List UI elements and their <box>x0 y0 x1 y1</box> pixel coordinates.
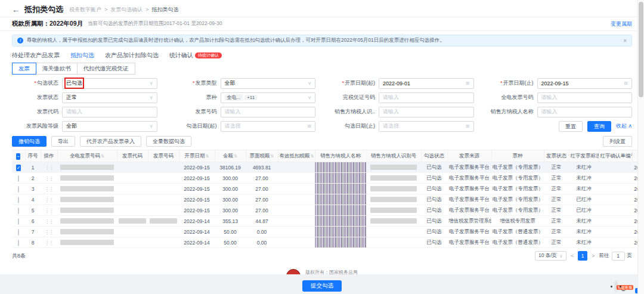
filter-invoice-type-control[interactable]: 全部∨ <box>221 78 316 89</box>
row-more-icon[interactable]: ⋮⋮ <box>45 197 53 203</box>
next-page-button[interactable]: > <box>592 253 595 259</box>
cell-action[interactable]: ⋮⋮ <box>41 237 57 248</box>
page-size-select[interactable]: 10 条/页 ∨ <box>535 251 566 261</box>
col-valid-deduction-tax[interactable]: 有效抵扣税额⇅ <box>278 150 315 162</box>
row-more-icon[interactable]: ⋮⋮ <box>45 208 53 213</box>
row-checkbox[interactable] <box>18 197 19 203</box>
filter-seller-name: 销售方纳税人名称请输入 <box>487 106 633 117</box>
row-more-icon[interactable]: ⋮⋮ <box>45 230 53 235</box>
filter-tax-cert-no-control[interactable]: 请输入 <box>379 92 474 103</box>
cell-action[interactable]: ⋮⋮ <box>41 205 57 216</box>
cell-select[interactable] <box>12 205 25 216</box>
filter-issue-date-end-control[interactable]: 2022-09-15⊞ <box>537 78 633 89</box>
reset-button[interactable]: 重置 <box>559 121 583 132</box>
scrollbar-thumb[interactable] <box>639 2 643 97</box>
filter-check-date-start-control[interactable]: 请选择⊞ <box>221 121 316 132</box>
filter-invoice-code-control[interactable]: 请输入 <box>62 107 157 117</box>
col-einvoice-no[interactable]: 全电发票号码⇅ <box>57 150 117 162</box>
change-period-link[interactable]: 变更属期 <box>611 20 632 28</box>
robot-assistant-icon[interactable] <box>615 280 617 291</box>
cell-select[interactable] <box>12 237 25 248</box>
cell-select[interactable] <box>12 194 25 205</box>
cell-select[interactable] <box>12 216 25 227</box>
prev-page-button[interactable]: < <box>571 253 574 259</box>
column-settings-button[interactable]: 列设置 <box>603 136 632 147</box>
sort-icon[interactable]: ⇅ <box>311 154 314 158</box>
filter-risk-level-control[interactable]: 全部∨ <box>62 121 157 132</box>
col-tax-amount[interactable]: 票面税额⇅ <box>246 150 278 162</box>
row-checkbox[interactable] <box>18 218 19 225</box>
filter-invoice-status: 发票状态正常∨ <box>12 92 157 103</box>
export-button[interactable]: 导出 <box>51 136 75 147</box>
cell-action[interactable]: ⋮⋮ <box>41 162 57 173</box>
filter-issue-date-start-control[interactable]: 2022-09-01⊞ <box>379 78 474 89</box>
row-checkbox[interactable] <box>18 240 19 246</box>
current-page-button[interactable]: 1 <box>578 251 587 261</box>
filter-invoice-status-control[interactable]: 正常∨ <box>62 92 157 103</box>
cell-action[interactable]: ⋮⋮ <box>41 184 57 194</box>
submit-check-button[interactable]: 提交勾选 <box>302 280 342 292</box>
goto-page-input[interactable]: 1 <box>612 252 625 261</box>
collapse-link[interactable]: 收起 ∧ <box>616 122 632 130</box>
col-select[interactable]: − <box>12 150 25 162</box>
row-checkbox[interactable] <box>18 208 19 214</box>
row-more-icon[interactable]: ⋮⋮ <box>45 187 53 192</box>
row-more-icon[interactable]: ⋮⋮ <box>45 176 53 181</box>
cell-select[interactable] <box>12 173 25 184</box>
filter-issue-date-start-value: 2022-09-01 <box>383 81 410 86</box>
sort-icon[interactable]: ⇅ <box>271 154 274 158</box>
cell-action[interactable]: ⋮⋮ <box>41 173 57 184</box>
cell-action[interactable]: ⋮⋮ <box>41 227 57 237</box>
search-button[interactable]: 查询 <box>587 121 611 132</box>
sort-icon[interactable]: ⇅ <box>206 154 209 158</box>
row-checkbox[interactable] <box>18 175 19 182</box>
cell-select[interactable]: ✓ <box>12 162 25 173</box>
filter-check-status-control[interactable]: 已勾选∨ <box>62 78 157 89</box>
filter-seller-id-control[interactable]: 请输入 <box>379 107 474 117</box>
cell-action[interactable]: ⋮⋮ <box>41 216 57 227</box>
full-data-check-button[interactable]: 全量数据勾选 <box>146 136 191 147</box>
col-seller-name-label: 销售方纳税人名称 <box>320 153 361 159</box>
cancel-check-button[interactable]: 撤销勾选 <box>12 136 47 147</box>
notice-close-icon[interactable]: × <box>623 38 627 44</box>
tab-farm-extra-deduction-check[interactable]: 农产品加计扣除勾选 <box>105 51 159 60</box>
cell-invoice-code <box>117 162 148 173</box>
agency-invoice-entry-button[interactable]: 代开农产品发票录入 <box>80 136 141 147</box>
row-checkbox[interactable] <box>18 186 19 193</box>
subtab-withholding-certificate[interactable]: 代扣代缴完税凭证 <box>77 63 135 75</box>
redacted-seller-id <box>370 218 417 224</box>
filter-check-date-end-control[interactable]: 请选择⊞ <box>379 121 474 132</box>
back-arrow-icon[interactable]: ← <box>12 5 20 14</box>
subtab-invoice[interactable]: 发票 <box>12 63 36 75</box>
cell-seller-name <box>315 216 366 227</box>
row-more-icon[interactable]: ⋮⋮ <box>45 219 53 224</box>
filter-invoice-number-control[interactable]: 请输入 <box>221 107 316 117</box>
cell-invoice-code <box>117 184 148 194</box>
tab-deduction-check[interactable]: 抵扣勾选 <box>70 51 94 60</box>
breadcrumb-item[interactable]: 税务数字账户 <box>69 6 101 14</box>
goto-suffix: 页 <box>627 252 633 259</box>
filter-digital-invoice-no-control[interactable]: 请输入 <box>537 92 633 103</box>
row-checkbox[interactable] <box>18 229 19 236</box>
scrollbar-track[interactable] <box>637 0 644 294</box>
cell-amount: 300.00 <box>215 173 246 184</box>
filter-seller-name-control[interactable]: 请输入 <box>537 107 633 117</box>
sort-icon[interactable]: ⇅ <box>101 154 104 158</box>
cell-select[interactable] <box>12 227 25 237</box>
row-more-icon[interactable]: ⋮⋮ <box>45 240 53 246</box>
tab-statistics-confirm[interactable]: 统计确认待统计确认 <box>169 51 222 60</box>
filter-ticket-kind-control[interactable]: 全电...+11∨ <box>221 92 316 103</box>
assistant-widget[interactable]: 智能客服 <box>613 280 636 291</box>
cell-seller-name <box>315 184 366 194</box>
sort-icon[interactable]: ⇅ <box>234 154 237 158</box>
select-all-checkbox[interactable]: − <box>16 153 20 160</box>
col-amount[interactable]: 金额⇅ <box>215 150 246 162</box>
row-checkbox[interactable]: ✓ <box>16 165 21 171</box>
cell-select[interactable] <box>12 184 25 194</box>
breadcrumb-item[interactable]: 发票勾选确认 <box>110 6 143 14</box>
row-more-icon[interactable]: ⋮⋮ <box>45 165 53 171</box>
cell-action[interactable]: ⋮⋮ <box>41 194 57 205</box>
subtab-customs-payment[interactable]: 海关缴款书 <box>36 63 78 75</box>
col-issue-date[interactable]: 开票日期⇅ <box>179 150 215 162</box>
tab-pending-farm-invoices[interactable]: 待处理农产品发票 <box>12 51 60 60</box>
